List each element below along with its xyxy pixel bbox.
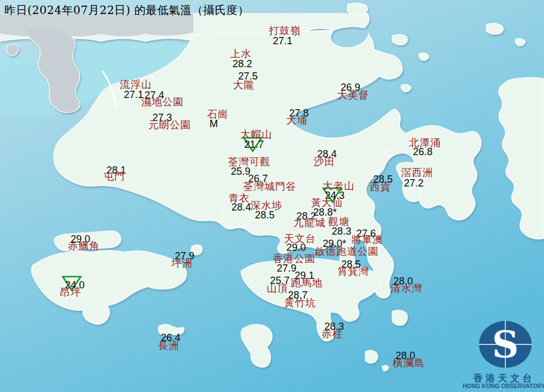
station-name: 香港公園 xyxy=(273,254,315,264)
station-name: 深水埗 xyxy=(250,200,282,211)
hko-logo: S 香港天文台 HONG KONG OBSERVATORY xyxy=(464,319,544,392)
station-name: 山頂 xyxy=(267,283,288,293)
station-name: 濕地公園 xyxy=(141,97,184,107)
station-name: 將軍澳 xyxy=(351,235,383,245)
station-name: 大帽山 xyxy=(240,129,272,139)
station-name: 上水 xyxy=(230,49,252,59)
station-temperature: M xyxy=(210,119,218,129)
station-name: 西貢 xyxy=(370,182,391,192)
station-name: 大埔 xyxy=(286,115,308,125)
station-name: 昂坪 xyxy=(60,287,81,297)
station-name: 坪洲 xyxy=(171,258,193,268)
station-name: 滘西洲 xyxy=(401,167,433,178)
station-name: 北潭涌 xyxy=(409,138,441,148)
station-temperature: 27.9 xyxy=(277,263,296,273)
station-name: 沙田 xyxy=(314,157,335,167)
station-name: 清水灣 xyxy=(390,283,422,293)
station-name: 赤鱲角 xyxy=(68,241,100,251)
station-temperature: 21.7 xyxy=(244,139,264,150)
station-name: 屯門 xyxy=(104,171,125,181)
stations-layer: 27.1打鼓嶺28.2上水27.5大隴27.1流浮山27.4濕地公園27.3元朗… xyxy=(0,0,544,392)
station-name: 石崗 xyxy=(207,109,229,119)
station-temperature: 28.5 xyxy=(255,210,275,220)
svg-text:S: S xyxy=(492,323,519,366)
station-name: 流浮山 xyxy=(120,80,152,90)
station-name: 青衣 xyxy=(229,193,250,203)
hko-minimum-temperature-map: 昨日(2024年07月22日) 的最低氣溫（攝氏度） 27.1打鼓嶺28.2上水… xyxy=(0,0,544,392)
station-name: 元朗公園 xyxy=(148,120,191,130)
station-temperature: 28.3 xyxy=(332,226,351,236)
station-temperature: 27.1 xyxy=(273,36,292,46)
station-name: 橫瀾島 xyxy=(393,358,425,368)
station-name: 啟德跑道公園 xyxy=(315,246,379,256)
station-name: 九龍城 xyxy=(294,218,326,228)
station-name: 荃灣可觀 xyxy=(228,157,271,167)
station-name: 大美督 xyxy=(337,90,369,100)
station-name: 大老山 xyxy=(323,181,355,191)
station-name: 大隴 xyxy=(233,80,254,90)
station-temperature: 27.1 xyxy=(124,90,143,100)
station-name: 天文台 xyxy=(284,234,316,244)
station-name: 荃灣城門谷 xyxy=(243,181,296,192)
hko-logo-icon: S xyxy=(464,319,544,371)
station-name: 長洲 xyxy=(158,340,179,351)
station-temperature: 27.2 xyxy=(404,178,424,188)
station-name: 黃大仙 xyxy=(311,198,343,208)
station-name: 打鼓嶺 xyxy=(269,26,301,36)
station-name: 跑馬地 xyxy=(291,278,323,288)
station-temperature: 28.2 xyxy=(233,59,252,69)
station-name: 赤柱 xyxy=(322,329,343,339)
hko-logo-english: HONG KONG OBSERVATORY xyxy=(462,382,544,389)
station-name: 觀塘 xyxy=(328,217,350,227)
station-name: 筲箕灣 xyxy=(337,267,369,277)
station-name: 黃竹坑 xyxy=(284,298,316,308)
station-temperature: 25.9 xyxy=(231,166,250,176)
